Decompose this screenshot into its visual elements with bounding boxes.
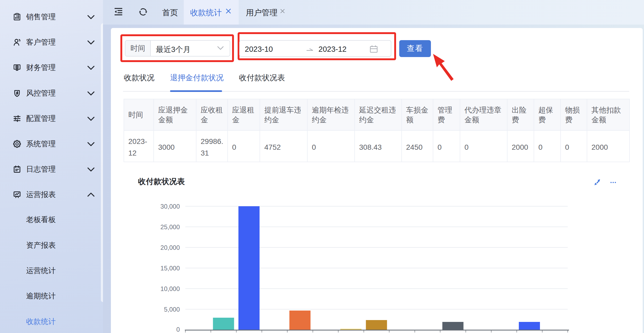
svg-text:5,000: 5,000	[164, 306, 180, 313]
svg-text:25,000: 25,000	[161, 223, 180, 231]
svg-text:0: 0	[176, 326, 180, 333]
svg-text:10,000: 10,000	[161, 285, 180, 292]
svg-text:30,000: 30,000	[161, 203, 180, 210]
svg-text:15,000: 15,000	[161, 265, 180, 272]
svg-text:20,000: 20,000	[161, 244, 180, 251]
